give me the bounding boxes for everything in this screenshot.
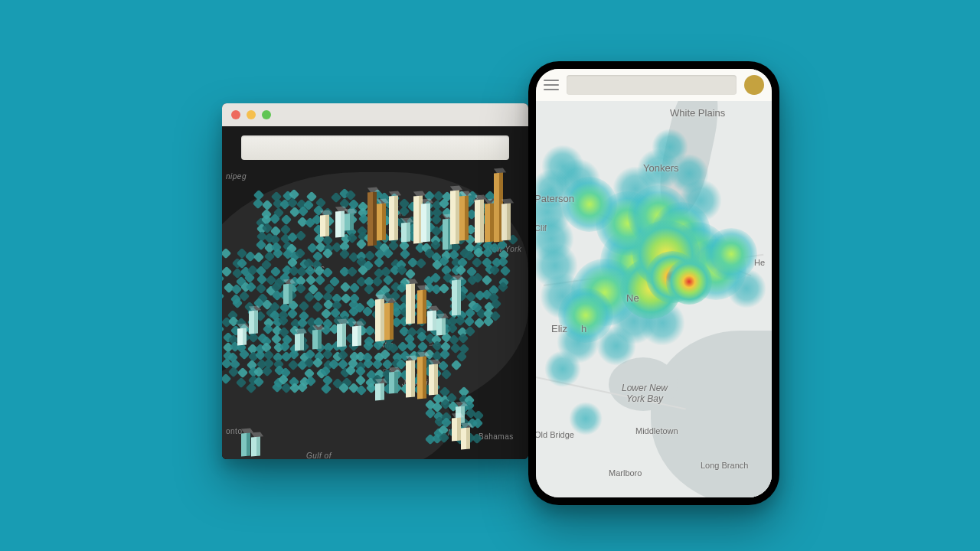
data-column xyxy=(384,298,394,341)
heat-blob xyxy=(705,228,757,280)
data-column xyxy=(389,367,398,394)
search-input[interactable] xyxy=(567,75,737,95)
heat-blob xyxy=(536,169,571,209)
city-label: Ne xyxy=(626,292,639,304)
data-column xyxy=(417,285,426,324)
avatar[interactable] xyxy=(744,75,764,95)
maximize-icon[interactable] xyxy=(262,110,271,119)
region-label: Bahamas xyxy=(479,432,514,441)
heat-blob xyxy=(612,166,658,212)
heat-blob xyxy=(569,402,603,435)
heat-blob xyxy=(536,187,572,236)
water-body xyxy=(652,101,726,219)
data-column xyxy=(452,413,461,442)
heat-blob xyxy=(639,300,685,346)
phone-screen: White Plains Yonkers Paterson Clif Ne He… xyxy=(536,69,772,497)
minimize-icon[interactable] xyxy=(247,110,256,119)
data-column xyxy=(375,295,384,342)
desktop-map-window: MICH. WIS. W. GA. S.C. Ottawa New York C… xyxy=(222,103,528,459)
water-body xyxy=(651,331,772,497)
city-label: Old Bridge xyxy=(536,430,574,439)
heat-blob xyxy=(562,177,617,232)
data-column xyxy=(337,319,346,347)
city-label: nipeg xyxy=(226,172,247,181)
data-column xyxy=(375,379,384,401)
data-column xyxy=(421,199,430,243)
heat-blob xyxy=(558,288,613,343)
city-label: He xyxy=(754,258,765,267)
heat-blob xyxy=(541,145,584,187)
data-column xyxy=(406,356,415,398)
phone-appbar xyxy=(536,69,772,101)
phone-device-frame: White Plains Yonkers Paterson Clif Ne He… xyxy=(528,61,779,505)
data-column xyxy=(237,324,247,346)
road xyxy=(544,254,763,286)
data-column xyxy=(450,186,459,245)
data-column xyxy=(501,199,511,241)
hamburger-icon[interactable] xyxy=(544,80,559,90)
data-column xyxy=(295,329,304,351)
data-column xyxy=(459,191,469,241)
data-column xyxy=(335,207,345,238)
hex-bin xyxy=(472,433,482,444)
heat-blob xyxy=(600,227,671,297)
data-column xyxy=(377,199,386,241)
data-column xyxy=(389,191,398,241)
data-column xyxy=(352,321,361,347)
data-column xyxy=(345,209,354,231)
data-column xyxy=(436,314,446,336)
city-label: Marlboro xyxy=(609,468,642,478)
close-icon[interactable] xyxy=(231,110,240,119)
data-column xyxy=(452,276,461,316)
heat-blob xyxy=(596,191,660,256)
data-column xyxy=(417,352,426,399)
data-column xyxy=(429,360,438,396)
city-label: Eliz h xyxy=(551,323,586,334)
data-column xyxy=(475,195,484,243)
data-column xyxy=(401,218,410,243)
water-body xyxy=(609,357,678,411)
data-column xyxy=(283,279,292,305)
road xyxy=(567,201,752,276)
data-column xyxy=(249,306,258,334)
data-column xyxy=(312,325,322,350)
heat-blob xyxy=(571,259,639,326)
search-input[interactable] xyxy=(241,135,509,160)
data-column xyxy=(320,210,329,237)
phone-map-canvas[interactable]: White Plains Yonkers Paterson Clif Ne He… xyxy=(536,101,772,497)
data-column xyxy=(241,429,250,457)
heat-blob xyxy=(555,158,601,204)
data-column xyxy=(251,432,260,457)
heat-blob xyxy=(557,321,599,364)
window-titlebar xyxy=(222,103,528,126)
data-column xyxy=(427,306,436,331)
data-column xyxy=(368,187,377,246)
desktop-map-canvas[interactable]: MICH. WIS. W. GA. S.C. Ottawa New York C… xyxy=(222,126,528,459)
city-label: Clif xyxy=(536,223,547,233)
data-column xyxy=(406,279,415,324)
data-column xyxy=(485,199,494,243)
heat-blob xyxy=(536,216,574,262)
heat-blob xyxy=(611,298,657,344)
data-column xyxy=(461,423,470,450)
heat-blob xyxy=(646,251,698,303)
